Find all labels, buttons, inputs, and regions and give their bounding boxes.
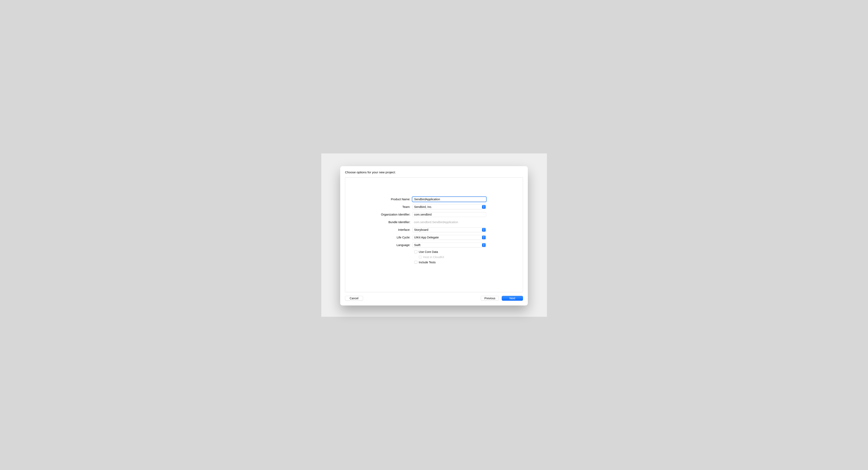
new-project-options-sheet: Choose options for your new project: Pro… [340, 166, 528, 306]
include-tests-row: Include Tests [414, 260, 523, 264]
interface-popup[interactable]: Storyboard [412, 227, 486, 232]
use-core-data-label: Use Core Data [419, 250, 438, 253]
bundle-identifier-label: Bundle Identifier: [345, 221, 412, 224]
host-in-cloudkit-label: Host in CloudKit [423, 255, 444, 259]
row-bundle-identifier: Bundle Identifier: com.sendbird.Sendbird… [345, 220, 523, 224]
life-cycle-label: Life Cycle: [345, 236, 412, 239]
dialog-title: Choose options for your new project: [345, 170, 523, 174]
organization-identifier-label: Organization Identifier: [345, 213, 412, 216]
life-cycle-popup[interactable]: UIKit App Delegate [412, 235, 486, 240]
include-tests-label: Include Tests [419, 261, 436, 264]
next-button[interactable]: Next [502, 296, 523, 301]
organization-identifier-input[interactable] [412, 212, 486, 217]
cancel-button[interactable]: Cancel [345, 296, 363, 301]
up-down-chevron-icon [482, 243, 486, 247]
up-down-chevron-icon [482, 236, 486, 239]
up-down-chevron-icon [482, 205, 486, 209]
row-organization-identifier: Organization Identifier: [345, 212, 523, 217]
include-tests-checkbox[interactable] [414, 261, 417, 264]
row-interface: Interface: Storyboard [345, 227, 523, 232]
product-name-input[interactable] [412, 197, 486, 202]
row-team: Team: Sendbird, Inc. [345, 205, 523, 209]
up-down-chevron-icon [482, 228, 486, 231]
use-core-data-row: Use Core Data [414, 250, 523, 254]
product-name-label: Product Name: [345, 198, 412, 201]
row-product-name: Product Name: [345, 197, 523, 202]
language-popup[interactable]: Swift [412, 243, 486, 247]
team-popup-value: Sendbird, Inc. [414, 205, 432, 209]
host-in-cloudkit-row: Host in CloudKit [414, 255, 523, 259]
previous-button[interactable]: Previous [481, 296, 499, 301]
host-in-cloudkit-checkbox [419, 255, 422, 258]
interface-popup-value: Storyboard [414, 228, 428, 231]
life-cycle-popup-value: UIKit App Delegate [414, 236, 439, 239]
form-container: Product Name: Team: Sendbird, Inc. [345, 177, 523, 292]
row-language: Language: Swift [345, 243, 523, 247]
row-life-cycle: Life Cycle: UIKit App Delegate [345, 235, 523, 240]
bundle-identifier-value: com.sendbird.SendbirdApplication [412, 220, 486, 224]
team-popup[interactable]: Sendbird, Inc. [412, 205, 486, 209]
interface-label: Interface: [345, 228, 412, 231]
team-label: Team: [345, 205, 412, 209]
language-label: Language: [345, 244, 412, 247]
use-core-data-checkbox[interactable] [414, 250, 417, 253]
language-popup-value: Swift [414, 244, 420, 247]
checkbox-group: Use Core Data Host in CloudKit Include T… [345, 250, 523, 264]
button-bar: Cancel Previous Next [345, 296, 523, 301]
